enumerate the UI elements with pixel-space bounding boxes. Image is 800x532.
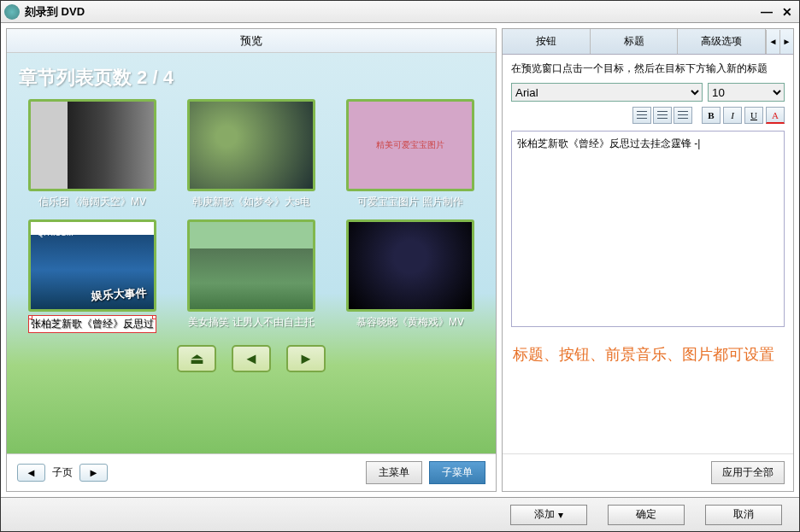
chapter-thumb[interactable]: 慕容晓晓《黄梅戏》MV [337,219,484,333]
font-size-select[interactable]: 10 [708,83,785,102]
italic-button[interactable]: I [723,107,742,124]
subpage-prev-button[interactable]: ◄ [17,464,45,482]
page-title: 章节列表页数 2 / 4 [19,65,484,91]
tab-scroll-right[interactable]: ► [779,30,793,54]
hint-text: 标题、按钮、前景音乐、图片都可设置 [503,327,793,382]
next-page-button[interactable]: ► [286,345,326,372]
chapter-thumb[interactable]: 精美可爱宝宝图片 可爱宝宝图片 照片制作 [337,99,484,209]
app-icon [4,4,20,20]
thumb-caption: 韩庚新歌《如梦令》大s电 [192,195,310,209]
bold-button[interactable]: B [702,107,721,124]
close-button[interactable]: ✕ [779,5,796,19]
align-center-button[interactable] [653,107,672,124]
add-button[interactable]: 添加▾ [510,505,587,525]
thumb-caption: 可爱宝宝图片 照片制作 [357,195,462,209]
titlebar: 刻录到 DVD — ✕ [1,1,799,23]
thumb-image[interactable] [28,99,156,191]
tab-title[interactable]: 标题 [591,29,679,54]
preview-area[interactable]: 章节列表页数 2 / 4 信乐团《海阔天空》MV 韩庚新歌《如梦令》大s电 精美… [7,53,496,453]
font-family-select[interactable]: Arial [511,83,703,102]
sub-menu-button[interactable]: 子菜单 [429,461,485,484]
instruction-text: 在预览窗口点击一个目标，然后在目标下方输入新的标题 [503,55,793,83]
ok-button[interactable]: 确定 [608,505,685,525]
font-color-button[interactable]: A [766,107,785,124]
chapter-thumb[interactable]: 信乐团《海阔天空》MV [19,99,166,209]
eject-button[interactable]: ⏏ [177,345,216,372]
tab-scroll-left[interactable]: ◄ [766,30,779,54]
align-left-button[interactable] [632,107,651,124]
chapter-thumb[interactable]: 韩庚新歌《如梦令》大s电 [178,99,325,209]
preview-panel: 预览 章节列表页数 2 / 4 信乐团《海阔天空》MV 韩庚新歌《如梦令》大s电… [6,28,497,492]
thumb-image[interactable]: QIYI.COM 娱乐大事件 [28,219,156,312]
subpage-label: 子页 [52,465,73,480]
thumb-caption: 慕容晓晓《黄梅戏》MV [356,315,464,330]
main-menu-button[interactable]: 主菜单 [366,461,422,484]
thumb-caption: 信乐团《海阔天空》MV [38,195,146,209]
underline-button[interactable]: U [744,107,763,124]
subpage-next-button[interactable]: ► [79,464,108,482]
align-right-button[interactable] [674,107,692,124]
chapter-thumb[interactable]: QIYI.COM 娱乐大事件 张柏芝新歌《曾经》反思过 [19,219,166,333]
apply-all-button[interactable]: 应用于全部 [711,461,785,484]
tab-button[interactable]: 按钮 [503,29,591,54]
thumb-image[interactable] [187,219,315,312]
tab-advanced[interactable]: 高级选项 [678,29,766,54]
thumb-image[interactable] [346,219,474,312]
thumb-caption-editing[interactable]: 张柏芝新歌《曾经》反思过 [28,315,156,333]
chapter-thumb[interactable]: 美女搞笑 让男人不由自主托 [178,219,325,333]
properties-panel: 按钮 标题 高级选项 ◄ ► 在预览窗口点击一个目标，然后在目标下方输入新的标题… [502,28,794,492]
preview-footer: ◄ 子页 ► 主菜单 子菜单 [7,453,496,491]
title-text-input[interactable]: 张柏芝新歌《曾经》反思过去挂念霆锋 -| [511,131,785,327]
cancel-button[interactable]: 取消 [705,505,782,525]
preview-header: 预览 [7,29,496,53]
thumb-image[interactable] [187,99,315,191]
thumb-caption: 美女搞笑 让男人不由自主托 [188,315,314,330]
bottom-bar: 添加▾ 确定 取消 [1,497,799,531]
window-title: 刻录到 DVD [25,4,85,20]
chevron-down-icon: ▾ [558,509,563,521]
prev-page-button[interactable]: ◄ [232,345,271,372]
minimize-button[interactable]: — [758,5,775,19]
thumb-image[interactable]: 精美可爱宝宝图片 [346,99,474,191]
